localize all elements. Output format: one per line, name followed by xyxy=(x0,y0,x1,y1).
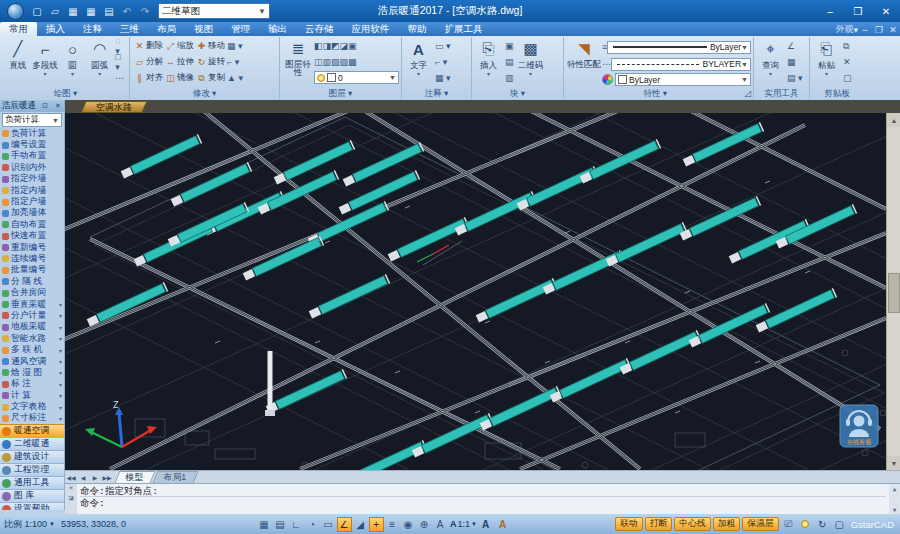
panel-modify-label[interactable]: 修改 ▾ xyxy=(132,87,277,99)
panel-draw-label[interactable]: 绘图 ▾ xyxy=(4,87,127,99)
qr-code-button[interactable]: ▩ 二维码 ▾ xyxy=(515,38,547,77)
polar-icon[interactable]: ◔ xyxy=(305,517,320,532)
hvac-toggle-1[interactable]: 联动 xyxy=(615,517,643,531)
linetype-combo[interactable]: BYLAYER ▼ xyxy=(611,58,751,71)
sidebar-group-1[interactable]: 垂直采暖▾ xyxy=(0,299,64,310)
ribbon-tab-6[interactable]: 视图 xyxy=(185,22,222,36)
bulb-status-icon[interactable] xyxy=(798,517,813,532)
scroll-up-icon[interactable]: ▲ xyxy=(887,113,900,127)
sidebar-group-5[interactable]: 多 联 机▾ xyxy=(0,344,64,355)
sidebar-item-3[interactable]: 手动布置 xyxy=(0,151,64,162)
sidebar-category-2[interactable]: 二维暖通 xyxy=(0,437,64,450)
stretch-button[interactable]: ↔拉伸 xyxy=(165,54,194,70)
edit-block-icon[interactable]: ▤ xyxy=(505,54,514,70)
hvac-toggle-4[interactable]: 加粗 xyxy=(713,517,741,531)
ribbon-tab-1[interactable]: 常用 xyxy=(0,22,37,36)
ribbon-tab-10[interactable]: 应用软件 xyxy=(343,22,399,36)
copy-button[interactable]: ⧉复制 xyxy=(196,70,225,86)
inquiry-button[interactable]: ⌖ 查询 ▾ xyxy=(757,38,784,77)
sidebar-item-15[interactable]: 合并房间 xyxy=(0,287,64,298)
sidebar-group-2[interactable]: 分户计量▾ xyxy=(0,310,64,321)
sidebar-item-11[interactable]: 重新编号 xyxy=(0,242,64,253)
maximize-button[interactable]: ❐ xyxy=(844,1,872,21)
id-point-icon[interactable]: ∠ xyxy=(787,38,803,54)
sidebar-group-9[interactable]: 计 算▾ xyxy=(0,390,64,401)
command-scrollbar[interactable]: ▲▼ xyxy=(889,484,900,514)
palette-header[interactable]: 浩辰暖通 ⊡ ✕ xyxy=(0,100,64,112)
drawing-canvas[interactable]: Z在线客服 xyxy=(65,113,886,470)
pin-icon[interactable]: ⊡ xyxy=(41,102,49,110)
copy-clip-icon[interactable]: ⧉ xyxy=(843,38,852,54)
clean-screen-icon[interactable]: ⎚ xyxy=(781,517,796,532)
close-icon[interactable]: ✕ xyxy=(54,102,62,110)
layout-tab-布局1[interactable]: 布局1 xyxy=(152,471,197,483)
ribbon-tab-4[interactable]: 三维 xyxy=(111,22,148,36)
sidebar-item-6[interactable]: 指定内墙 xyxy=(0,185,64,196)
trim-icon[interactable]: ▲ ▾ xyxy=(227,70,243,86)
fullscreen-icon[interactable]: ▢ xyxy=(832,517,847,532)
text-button[interactable]: A 文字 ▾ xyxy=(405,38,432,77)
insert-button[interactable]: ⎘ 插入 ▾ xyxy=(475,38,502,77)
sidebar-item-4[interactable]: 识别内外 xyxy=(0,162,64,173)
panel-launcher-icon[interactable]: ◿ xyxy=(744,87,751,99)
paste-button[interactable]: ⎗ 粘贴 ▾ xyxy=(813,38,840,77)
close-button[interactable]: ✕ xyxy=(872,1,900,21)
sidebar-group-4[interactable]: 智能水路▾ xyxy=(0,333,64,344)
erase-button[interactable]: ✕删除 xyxy=(134,38,163,54)
copy-base-icon[interactable]: ▢ xyxy=(843,70,852,86)
command-window[interactable]: ✕ ◪ 命令:指定对角点: 命令: ▲▼ xyxy=(65,483,900,514)
sidebar-item-7[interactable]: 指定户墙 xyxy=(0,196,64,207)
grid-icon[interactable]: ▦ xyxy=(257,517,272,532)
create-block-icon[interactable]: ▣ xyxy=(505,38,514,54)
mirror-button[interactable]: ◫镜像 xyxy=(165,70,194,86)
minimize-button[interactable]: – xyxy=(816,1,844,21)
panel-annotate-label[interactable]: 注释 ▾ xyxy=(404,87,469,99)
layer-properties-button[interactable]: ≣ 图层特性 xyxy=(283,38,313,76)
lineweight-combo[interactable]: ByLayer ▼ xyxy=(607,41,751,54)
sync-icon[interactable]: ↻ xyxy=(815,517,830,532)
lineweight-icon[interactable]: ≡ xyxy=(385,517,400,532)
layer-walk-icon[interactable]: ▧ xyxy=(340,54,349,70)
rotate-button[interactable]: ↻旋转 xyxy=(196,54,225,70)
sidebar-group-6[interactable]: 通风空调▾ xyxy=(0,356,64,367)
layer-prev-icon[interactable]: ▥ xyxy=(323,54,332,70)
panel-layer-label[interactable]: 图层 ▾ xyxy=(282,87,399,99)
layer-freeze-icon[interactable]: ◩ xyxy=(331,38,340,54)
hvac-toggle-2[interactable]: 打断 xyxy=(645,517,673,531)
ribbon-tab-8[interactable]: 输出 xyxy=(259,22,296,36)
sidebar-group-10[interactable]: 文字表格▾ xyxy=(0,401,64,412)
sidebar-item-10[interactable]: 快速布置 xyxy=(0,231,64,242)
annot-auto-icon[interactable]: A xyxy=(495,517,510,532)
last-tab-icon[interactable]: ▶▶ xyxy=(101,472,113,483)
ortho-icon[interactable]: ∟ xyxy=(289,517,304,532)
close-command-icon[interactable]: ✕ xyxy=(69,484,73,492)
hvac-toggle-5[interactable]: 保温层 xyxy=(742,517,778,531)
table-icon[interactable]: ▦ ▾ xyxy=(435,70,451,86)
ribbon-tab-7[interactable]: 管理 xyxy=(222,22,259,36)
palette-dropdown[interactable]: 负荷计算 ▼ xyxy=(2,113,62,127)
layer-lock-icon[interactable]: ◪ xyxy=(340,38,349,54)
ribbon-tab-3[interactable]: 注释 xyxy=(74,22,111,36)
annot-vis-icon[interactable]: A xyxy=(478,517,493,532)
align-button[interactable]: ∥对齐 xyxy=(134,70,163,86)
quickprop-icon[interactable]: ◉ xyxy=(401,517,416,532)
plot-icon[interactable]: ▤ xyxy=(101,3,117,19)
line-button[interactable]: ╱直线 xyxy=(5,38,30,72)
color-combo[interactable]: ByLayer ▼ xyxy=(615,73,751,86)
support-watermark[interactable]: 在线客服 xyxy=(840,405,878,447)
panel-properties-label[interactable]: 特性 ▾ ◿ xyxy=(566,87,751,99)
sidebar-item-14[interactable]: 分 隔 线 xyxy=(0,276,64,287)
sidebar-item-8[interactable]: 加亮墙体 xyxy=(0,208,64,219)
workspace-dropdown[interactable]: 二维草图 ▼ xyxy=(158,3,270,19)
calculator-icon[interactable]: ▦ xyxy=(787,54,803,70)
vertical-scrollbar[interactable]: ▲ ▼ xyxy=(886,113,900,470)
list-icon[interactable]: ▤ ▾ xyxy=(787,70,803,86)
sidebar-category-4[interactable]: 工程管理 xyxy=(0,463,64,476)
mdi-minimize-icon[interactable]: – xyxy=(858,25,872,35)
ribbon-tab-9[interactable]: 云存储 xyxy=(296,22,343,36)
open-file-icon[interactable]: ▱ xyxy=(47,3,63,19)
sidebar-group-8[interactable]: 标 注▾ xyxy=(0,379,64,390)
rect-icon[interactable]: ▭ xyxy=(321,517,336,532)
layer-combo[interactable]: 0 ▼ xyxy=(314,71,399,84)
rectangle-icon[interactable]: □ ▾ xyxy=(115,54,127,70)
